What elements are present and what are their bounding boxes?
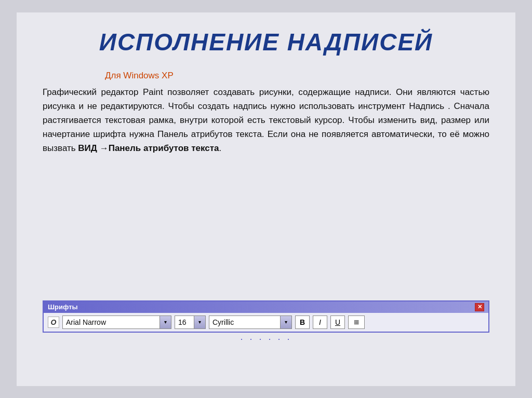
font-name-label: Arial Narrow <box>63 318 159 326</box>
page-title: ИСПОЛНЕНИЕ НАДПИСЕЙ <box>43 28 489 56</box>
font-size-label: 16 <box>175 318 194 326</box>
size-dropdown[interactable]: 16 ▾ <box>175 315 206 329</box>
size-dropdown-arrow[interactable]: ▾ <box>194 316 205 328</box>
underline-button[interactable]: U <box>330 315 345 329</box>
toolbar-titlebar: Шрифты ✕ <box>44 301 488 313</box>
toolbar-window: Шрифты ✕ O Arial Narrow ▾ 16 ▾ Cyrillic … <box>43 300 489 333</box>
font-icon: O <box>48 317 59 328</box>
font-dropdown-arrow[interactable]: ▾ <box>159 316 171 328</box>
subtitle: Для Windows XP <box>105 71 489 81</box>
body-bold: ВИД →Панель атрибутов текста <box>78 143 219 153</box>
toolbar-container: Шрифты ✕ O Arial Narrow ▾ 16 ▾ Cyrillic … <box>43 300 489 345</box>
toolbar-title: Шрифты <box>48 303 78 311</box>
charset-dropdown[interactable]: Cyrillic ▾ <box>209 315 292 329</box>
bold-button[interactable]: B <box>295 315 310 329</box>
close-button[interactable]: ✕ <box>475 303 484 311</box>
toolbar-body: O Arial Narrow ▾ 16 ▾ Cyrillic ▾ B I U ▦ <box>44 313 488 332</box>
slide: ИСПОЛНЕНИЕ НАДПИСЕЙ Для Windows XP Графи… <box>17 12 515 386</box>
font-dropdown[interactable]: Arial Narrow ▾ <box>62 315 171 329</box>
charset-label: Cyrillic <box>209 318 280 326</box>
extra-button[interactable]: ▦ <box>348 315 365 329</box>
italic-button[interactable]: I <box>313 315 327 329</box>
dotted-line: · · · · · · <box>43 334 489 345</box>
charset-dropdown-arrow[interactable]: ▾ <box>280 316 291 328</box>
body-text: Графический редактор Paint позволяет соз… <box>43 85 489 156</box>
body-end: . <box>219 143 222 153</box>
